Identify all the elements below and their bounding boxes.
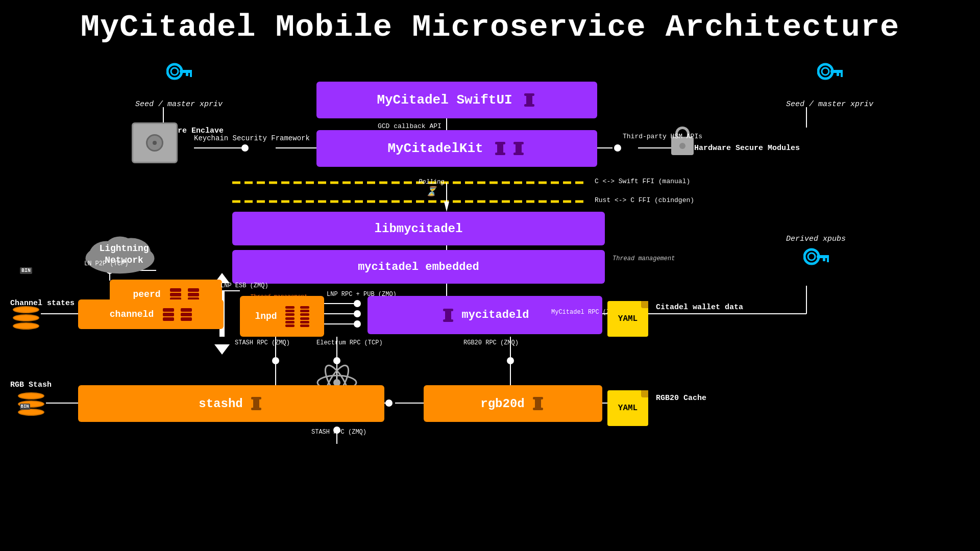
c-swift-ffi-label: C <-> Swift FFI (manual) [595,178,690,185]
libmycitadel-box[interactable]: libmycitadel [232,212,605,245]
spool-icon-3 [513,142,524,155]
rgb20-rpc-label: RGB20 RPC (ZMQ) [463,339,519,346]
rgb-stash-label: RGB Stash [10,380,52,390]
swiftui-label: MyCitadel SwiftUI [377,92,512,108]
svg-rect-65 [841,73,843,77]
svg-point-75 [804,249,819,264]
stash-rpc-label: STASH RPC (ZMQ) [235,339,290,346]
svg-point-63 [822,68,829,75]
lnpd-label: lnpd [255,311,277,321]
keychain-security-label: Keychain Security Framework [194,134,310,144]
svg-marker-55 [214,344,230,355]
stashd-box[interactable]: stashd [78,385,384,422]
mycitadelkit-box[interactable]: MyCitadelKit [316,130,597,167]
page-container: MyCitadel Mobile Microservice Architectu… [0,0,980,45]
spool-icon-rgb20d [533,397,543,410]
yaml-label-2: YAML [618,404,638,413]
thread-icon-lnpd-2 [300,306,309,316]
seed-label-left: Seed / master xpriv [135,99,223,110]
thread-icon-lnpd-3 [285,317,295,327]
stashd-label: stashd [199,397,242,411]
svg-point-49 [507,357,514,364]
thread-icon-lnpd-1 [285,306,295,316]
yaml-box-1: YAML [607,301,648,337]
svg-point-46 [354,320,361,328]
spool-icon-stashd [251,397,261,410]
lnpd-box[interactable]: lnpd [240,296,324,337]
rgb20-cache-label: RGB20 Cache [656,393,706,404]
coin-2 [13,314,39,321]
channeld-box[interactable]: channeld [78,299,224,329]
seed-label-right: Seed / master xpriv [786,99,873,110]
rust-c-ffi-label: Rust <-> C FFI (cbindgen) [595,196,694,204]
thread-icon-lnpd-4 [300,317,309,327]
safe-icon [132,122,178,163]
peerd-label: peerd [133,289,160,299]
thread-icon-peerd [170,288,181,301]
svg-point-44 [354,300,361,307]
svg-point-45 [354,310,361,317]
svg-point-62 [818,64,832,79]
key-icon-right [817,61,843,97]
svg-point-40 [241,144,249,152]
svg-marker-10 [444,202,449,212]
stash-rpc-bottom-label: STASH RPC (ZMQ) [311,429,366,436]
mycitadeld-label: mycitadeld [461,309,529,321]
swiftui-box[interactable]: MyCitadel SwiftUI [316,82,597,118]
svg-point-57 [167,64,182,79]
rgb-stash-area: RGB Stash BIN [10,380,52,416]
svg-point-58 [171,68,178,75]
spool-icon-mycitadeld [443,309,453,322]
spool-icon-1 [524,93,534,107]
lnp2p-label: LN P2P (TCP) [84,260,128,267]
lnp-esb-label: LNP ESB (ZMQ) [220,282,268,289]
svg-point-42 [614,144,621,152]
hourglass-icon: ⏳ [426,187,437,197]
svg-point-50 [385,399,393,407]
spool-icon-2 [495,142,505,155]
thread-icon-channeld [163,308,174,321]
channeld-label: channeld [110,309,154,319]
rgb20d-label: rgb20d [480,397,524,411]
rgb20d-box[interactable]: rgb20d [424,385,602,422]
mycitadelkit-label: MyCitadelKit [387,141,483,156]
svg-rect-66 [837,73,839,76]
svg-rect-64 [830,70,843,73]
svg-point-48 [272,357,279,364]
bin-label-1: BIN [20,267,32,274]
svg-rect-60 [190,73,192,77]
thread-mgmt-label: Thread management [612,255,675,262]
third-party-hsm-label: Third-party HSM APIs [623,133,702,140]
derived-xpubs-label: Derived xpubs [786,235,846,243]
polling-label: Polling ⏳ [419,179,444,197]
hardware-secure-modules-label: Hardware Secure Modules [694,143,800,154]
channel-states-label: Channel states [10,298,75,309]
page-title: MyCitadel Mobile Microservice Architectu… [0,0,980,45]
thread-icon-channeld2 [181,308,192,321]
bin-label-2: BIN [20,404,30,410]
svg-rect-78 [827,258,829,262]
seed-key-left: Seed / master xpriv [135,61,223,110]
thread-icon-peerd2 [188,288,199,301]
electrum-rpc-label: Electrum RPC (TCP) [316,339,383,346]
citadel-wallet-label: Citadel wallet data [656,302,743,313]
safe-dial-inner [153,141,157,145]
padlock-hole [679,143,685,149]
yaml-box-2: YAML [607,390,648,426]
libmycitadel-label: libmycitadel [375,222,463,236]
key-icon-left [166,61,192,97]
seed-key-right: Seed / master xpriv [786,61,873,110]
coin-1 [13,322,39,330]
embedded-box[interactable]: mycitadel embedded [232,250,605,284]
svg-point-76 [808,253,815,260]
yaml-label-1: YAML [618,314,638,323]
safe-dial [146,134,163,152]
key-icon-derived [803,246,829,282]
svg-rect-59 [180,70,192,73]
embedded-label: mycitadel embedded [358,261,479,273]
derived-xpubs-area: Derived xpubs [786,235,846,282]
svg-rect-77 [817,255,829,258]
padlock-icon [671,127,694,155]
gcd-callback-label: GCD callback API [378,122,442,130]
svg-rect-61 [186,73,188,76]
